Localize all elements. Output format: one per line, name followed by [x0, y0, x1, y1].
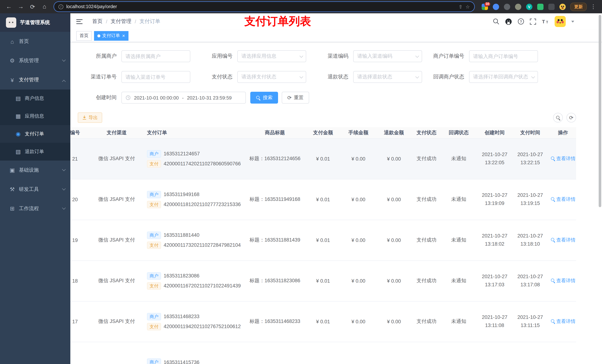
extension-icon-3[interactable]	[504, 3, 510, 10]
sidebar-item-home[interactable]: ⌂ 首页	[0, 32, 70, 51]
payment-submenu: ▤ 商户信息 ▦ 应用信息 ◉ 支付订单 ▧ 退款订单	[0, 90, 70, 161]
channel-code-select[interactable]: 请输入渠道编码	[353, 50, 422, 62]
close-icon[interactable]: ×	[122, 33, 125, 38]
pay-channel: 微信 JSAPI 支付	[91, 301, 142, 342]
toggle-search-button[interactable]	[553, 113, 563, 123]
forward-icon[interactable]: →	[16, 1, 26, 12]
view-detail-link[interactable]: 查看详情	[550, 237, 576, 243]
merchant-tag: 商户	[147, 358, 161, 364]
extension-icon-4[interactable]	[515, 3, 521, 10]
extensions-puzzle-icon[interactable]	[548, 3, 555, 10]
back-icon[interactable]: ←	[4, 1, 14, 12]
view-detail-link[interactable]: 查看详情	[550, 155, 576, 162]
filter-label: 支付状态	[191, 74, 237, 80]
reload-icon[interactable]: ⟳	[27, 1, 38, 12]
user-avatar[interactable]	[555, 16, 566, 27]
notify-status-select[interactable]: 请选择订单回调商户状态	[469, 71, 538, 83]
fullscreen-icon[interactable]	[530, 18, 536, 25]
url-text[interactable]: localhost:1024/pay/order	[66, 4, 456, 9]
col-created: 创建时间	[476, 127, 513, 138]
hamburger-icon[interactable]	[76, 19, 83, 24]
merchant-order-no: 1635312124657	[164, 151, 200, 156]
date-separator: -	[182, 95, 184, 100]
breadcrumb-home[interactable]: 首页	[92, 18, 103, 25]
pay-tag: 支付	[147, 160, 161, 167]
merchant-select-input[interactable]	[121, 50, 190, 62]
chevron-down-icon	[531, 74, 535, 78]
sidebar-item-merchant-info[interactable]: ▤ 商户信息	[0, 90, 70, 107]
avatar-caret-icon[interactable]	[571, 21, 574, 22]
order-id: 20	[70, 179, 91, 220]
sidebar-item-infra[interactable]: ▣ 基础设施	[0, 161, 70, 180]
extension-icon-6[interactable]	[537, 3, 544, 10]
extension-icon-1[interactable]: 10	[482, 3, 488, 10]
sidebar-item-workflow[interactable]: ⊞ 工作流程	[0, 199, 70, 218]
actions-cell: 查看详情	[547, 301, 576, 342]
sidebar-item-refund-order[interactable]: ▧ 退款订单	[0, 143, 70, 161]
bookmark-star-icon[interactable]: ☆	[466, 4, 470, 10]
pay-status-select[interactable]: 请选择支付状态	[237, 71, 306, 83]
chevron-down-icon	[62, 187, 66, 190]
paid-time: 2021-10-2713:18:10	[513, 220, 547, 260]
filter-label: 退款状态	[307, 74, 353, 80]
scrollbar-thumb[interactable]	[599, 15, 601, 207]
breadcrumb-payment[interactable]: 支付管理	[111, 18, 131, 25]
channel-order-no-input[interactable]	[121, 71, 190, 83]
chevron-down-icon	[415, 54, 419, 58]
monitor-icon: ▣	[8, 167, 16, 174]
merchant-order-no: 1635311949168	[164, 192, 199, 197]
extension-icon-2[interactable]	[493, 3, 499, 10]
pay-amount: ¥ 0.01	[305, 179, 341, 220]
filter-row-3: 创建时间 2021-10-01 00:00:00 - 2021-10-31 23…	[75, 92, 576, 104]
app-select[interactable]: 请选择应用信息	[237, 50, 306, 62]
sidebar-item-app-info[interactable]: ▦ 应用信息	[0, 107, 70, 125]
sidebar-item-system[interactable]: ⚙ 系统管理	[0, 51, 70, 70]
tab-home[interactable]: 首页	[76, 31, 92, 41]
address-bar[interactable]: i localhost:1024/pay/order ⇧ ☆	[54, 2, 474, 11]
gear-icon: ⚙	[8, 57, 16, 64]
order-id: 18	[70, 260, 91, 301]
chrome-update-button[interactable]: 更新	[570, 2, 587, 11]
refund-amount: ¥ 0.00	[376, 138, 412, 179]
merchant-order-no-input[interactable]	[469, 50, 538, 62]
extension-icon-5[interactable]: V	[526, 3, 532, 10]
profile-emoji-icon[interactable]	[559, 3, 566, 10]
site-info-icon[interactable]: i	[58, 4, 63, 9]
col-pay-order: 支付订单	[142, 127, 244, 138]
tab-pay-order[interactable]: 支付订单 ×	[94, 31, 128, 41]
view-detail-link[interactable]: 查看详情	[550, 318, 576, 325]
fee-amount: ¥ 0.00	[341, 179, 376, 220]
logo-avatar	[6, 17, 16, 28]
share-icon[interactable]: ⇧	[459, 4, 462, 10]
refund-status-select[interactable]: 请选择退款状态	[353, 71, 422, 83]
font-size-icon[interactable]: TT	[542, 19, 549, 24]
table-row: 20 微信 JSAPI 支付 商户1635311949168 支付4200001…	[70, 179, 576, 220]
table-header-row: 编号 支付渠道 支付订单 商品标题 支付金额 手续金额 退款金额 支付状态 回调…	[70, 127, 576, 138]
home-menu-icon: ⌂	[8, 38, 16, 45]
help-icon[interactable]: ?	[517, 18, 524, 25]
refresh-icon: ⟳	[569, 115, 573, 120]
notify-status: 未通知	[441, 179, 476, 220]
home-icon[interactable]: ⌂	[39, 1, 50, 12]
paid-time: 2021-10-2713:22:15	[513, 138, 547, 179]
export-button[interactable]: 导出	[78, 113, 102, 123]
reset-button[interactable]: ⟳ 重置	[282, 92, 309, 104]
create-time-range-picker[interactable]: 2021-10-01 00:00:00 - 2021-10-31 23:59:5…	[121, 92, 246, 104]
browser-menu-icon[interactable]: ⋮	[588, 3, 598, 10]
col-id: 编号	[70, 127, 91, 138]
notify-status: 未通知	[441, 138, 476, 179]
sidebar-item-devtool[interactable]: ⚒ 研发工具	[0, 180, 70, 199]
sidebar-item-payment[interactable]: ¥ 支付管理	[0, 70, 70, 90]
view-detail-link[interactable]: 查看详情	[550, 277, 576, 284]
chevron-down-icon	[300, 54, 303, 58]
pay-amount: ¥ 0.01	[305, 138, 341, 179]
github-icon[interactable]	[505, 18, 512, 25]
sidebar-item-pay-order[interactable]: ◉ 支付订单	[0, 125, 70, 143]
search-icon	[556, 115, 560, 120]
search-button[interactable]: 搜索	[250, 92, 278, 104]
grid-icon: ▦	[14, 113, 22, 119]
search-icon[interactable]	[493, 18, 499, 25]
view-detail-link[interactable]: 查看详情	[550, 196, 576, 203]
refresh-table-button[interactable]: ⟳	[567, 113, 576, 123]
pay-status: 支付成功	[412, 301, 441, 342]
